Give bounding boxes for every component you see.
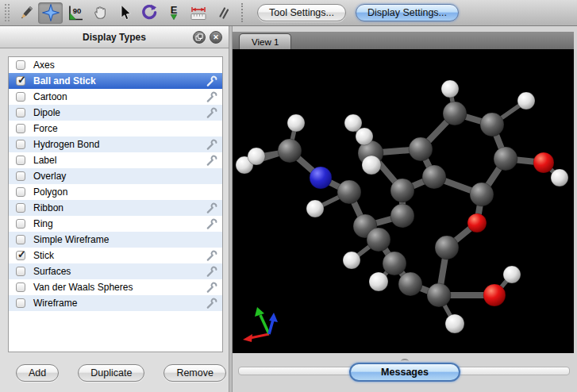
atom-O[interactable]	[467, 213, 487, 233]
display-type-row-dipole[interactable]: Dipole	[9, 105, 222, 121]
checkbox-polygon[interactable]	[16, 187, 25, 197]
tab-label: View 1	[252, 37, 279, 47]
float-panel-button[interactable]	[193, 31, 206, 44]
checkbox-surfaces[interactable]	[16, 267, 25, 276]
display-type-row-wireframe[interactable]: Wireframe	[9, 295, 222, 311]
wrench-icon[interactable]	[206, 155, 217, 167]
atom-C[interactable]	[390, 179, 414, 202]
draw-tool-button[interactable]	[13, 2, 38, 24]
wrench-icon[interactable]	[206, 202, 217, 214]
checkbox-overlay[interactable]	[16, 171, 25, 181]
atom-H[interactable]	[551, 169, 568, 186]
display-type-row-hydrogen-bond[interactable]: Hydrogen Bond	[9, 136, 222, 152]
display-type-row-surfaces[interactable]: Surfaces	[9, 263, 222, 279]
atom-H[interactable]	[517, 92, 535, 110]
manipulate-tool-button[interactable]	[87, 2, 112, 24]
measure-tool-button[interactable]	[186, 2, 210, 24]
atom-C[interactable]	[390, 204, 414, 228]
display-type-row-van-der-waals-spheres[interactable]: Van der Waals Spheres	[9, 279, 222, 295]
duplicate-button[interactable]: Duplicate	[78, 364, 144, 382]
atom-C[interactable]	[337, 180, 361, 204]
messages-button[interactable]: Messages	[349, 363, 460, 382]
checkbox-ball-and-stick[interactable]	[16, 76, 25, 86]
atom-C[interactable]	[409, 137, 433, 161]
atom-H[interactable]	[306, 200, 324, 217]
display-type-row-ring[interactable]: Ring	[9, 216, 222, 232]
checkbox-simple-wireframe[interactable]	[16, 235, 25, 244]
auto-optimize-tool-button[interactable]: E	[161, 2, 186, 24]
tool-settings-button[interactable]: Tool Settings...	[257, 4, 346, 21]
display-type-label: Cartoon	[33, 91, 67, 102]
display-type-row-ribbon[interactable]: Ribbon	[9, 200, 222, 216]
tab-view-1[interactable]: View 1	[239, 33, 291, 49]
wrench-icon[interactable]	[206, 139, 217, 151]
atom-H[interactable]	[445, 314, 464, 333]
atom-H[interactable]	[441, 80, 459, 98]
add-button[interactable]: Add	[16, 364, 59, 382]
align-tool-button[interactable]	[210, 2, 235, 24]
wrench-icon[interactable]	[206, 266, 217, 278]
atom-C[interactable]	[494, 147, 517, 171]
auto-rotate-tool-button[interactable]	[137, 2, 161, 24]
atom-C[interactable]	[383, 252, 406, 275]
display-types-list[interactable]: AxesBall and StickCartoonDipoleForceHydr…	[8, 56, 223, 352]
checkbox-axes[interactable]	[16, 60, 25, 70]
checkbox-cartoon[interactable]	[16, 92, 25, 102]
checkbox-van-der-waals-spheres[interactable]	[16, 282, 25, 292]
display-type-row-polygon[interactable]: Polygon	[9, 184, 222, 200]
toolbar-drag-handle[interactable]	[4, 3, 10, 22]
atom-H[interactable]	[369, 272, 388, 291]
checkbox-label[interactable]	[16, 156, 25, 165]
z-axis-arrow	[269, 320, 273, 334]
atom-C[interactable]	[435, 236, 459, 259]
atom-H[interactable]	[356, 128, 373, 145]
atom-C[interactable]	[367, 228, 390, 252]
checkbox-wireframe[interactable]	[16, 298, 25, 308]
display-type-row-label[interactable]: Label	[9, 152, 222, 168]
navigate-star-icon	[41, 3, 60, 22]
atom-C[interactable]	[427, 283, 451, 307]
atom-H[interactable]	[287, 114, 305, 132]
wrench-icon[interactable]	[206, 218, 217, 230]
atom-C[interactable]	[480, 113, 504, 136]
atom-C[interactable]	[470, 183, 494, 206]
navigate-tool-button[interactable]	[38, 2, 63, 24]
display-settings-button[interactable]: Display Settings...	[356, 4, 459, 21]
bond-centric-tool-button[interactable]: 90	[63, 2, 87, 24]
wrench-icon[interactable]	[206, 282, 217, 294]
display-type-row-cartoon[interactable]: Cartoon	[9, 89, 222, 105]
molecule-viewport[interactable]	[233, 49, 574, 353]
checkbox-dipole[interactable]	[16, 108, 25, 117]
display-type-row-overlay[interactable]: Overlay	[9, 168, 222, 184]
atom-H[interactable]	[362, 156, 381, 175]
atom-O[interactable]	[533, 152, 554, 173]
checkbox-force[interactable]	[16, 124, 25, 133]
checkbox-stick[interactable]	[16, 251, 25, 260]
atom-H[interactable]	[343, 252, 360, 269]
wrench-icon[interactable]	[206, 91, 217, 103]
atom-H[interactable]	[503, 266, 521, 283]
remove-button[interactable]: Remove	[163, 364, 226, 382]
atom-N[interactable]	[310, 167, 332, 189]
close-panel-button[interactable]: ✕	[210, 31, 222, 44]
panel-footer: Add Duplicate Remove	[0, 352, 229, 382]
display-type-row-ball-and-stick[interactable]: Ball and Stick	[9, 73, 222, 89]
display-type-row-force[interactable]: Force	[9, 121, 222, 136]
checkbox-ring[interactable]	[16, 219, 25, 229]
checkbox-hydrogen-bond[interactable]	[16, 140, 25, 149]
atom-C[interactable]	[443, 102, 467, 125]
wrench-icon[interactable]	[206, 75, 217, 87]
wrench-icon[interactable]	[206, 107, 217, 119]
display-type-row-stick[interactable]: Stick	[9, 248, 222, 263]
atom-C[interactable]	[422, 165, 446, 189]
atom-C[interactable]	[398, 272, 422, 296]
atom-O[interactable]	[483, 284, 506, 306]
display-type-row-axes[interactable]: Axes	[9, 57, 222, 73]
selection-tool-button[interactable]	[112, 2, 137, 24]
wrench-icon[interactable]	[206, 298, 217, 309]
atom-C[interactable]	[278, 139, 302, 163]
checkbox-ribbon[interactable]	[16, 203, 25, 213]
wrench-icon[interactable]	[206, 250, 217, 262]
display-type-row-simple-wireframe[interactable]: Simple Wireframe	[9, 232, 222, 248]
atom-H[interactable]	[248, 148, 265, 165]
